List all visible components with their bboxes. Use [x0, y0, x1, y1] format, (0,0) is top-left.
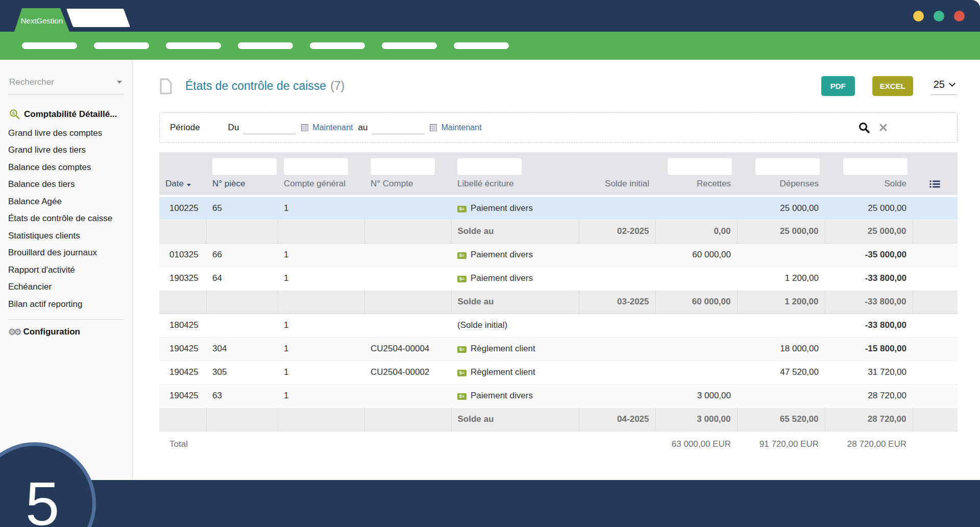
- excel-export-button[interactable]: EXCEL: [872, 76, 913, 96]
- cell-si: [579, 243, 655, 267]
- cell-nc: CU2504-00004: [364, 337, 451, 361]
- cell-dep: 25 000,00: [737, 196, 825, 220]
- cell-lib: $≡Règlement client: [451, 337, 579, 361]
- column-header-columns[interactable]: [913, 176, 958, 196]
- column-filter-input-dep[interactable]: [755, 158, 820, 175]
- window-dot[interactable]: [913, 11, 924, 21]
- nav-pill[interactable]: [22, 42, 77, 49]
- column-header-lib[interactable]: Libellé écriture: [451, 176, 579, 196]
- close-icon[interactable]: ✕: [878, 122, 888, 134]
- cell-lib: $≡Paiement divers: [451, 196, 579, 220]
- column-header-si[interactable]: Solde initial: [579, 176, 655, 196]
- cell-nc: CU2504-00002: [364, 361, 451, 384]
- sidebar-item[interactable]: États de contrôle de caisse: [8, 210, 124, 228]
- nav-pill[interactable]: [238, 42, 293, 49]
- table-row[interactable]: 190325641$≡Paiement divers1 200,00-33 80…: [159, 267, 958, 290]
- columns-list-icon[interactable]: [929, 180, 941, 188]
- cell-si: [579, 267, 655, 290]
- date-from-input[interactable]: [243, 121, 296, 134]
- sidebar-item[interactable]: Bilan actif reporting: [8, 296, 124, 313]
- total-depenses: 91 720,00 EUR: [737, 431, 825, 458]
- sidebar-section-label: Comptabilité Détaillé...: [24, 109, 117, 119]
- now-link-to[interactable]: Maintenant: [441, 123, 481, 132]
- nav-pill[interactable]: [382, 42, 437, 49]
- table-row[interactable]: 010325661$≡Paiement divers60 000,00-35 0…: [159, 243, 958, 267]
- cell-rec: [655, 314, 737, 337]
- cell-lib: $≡Paiement divers: [451, 267, 579, 290]
- cell-solde: -33 800,00: [825, 314, 913, 337]
- cell-date: [159, 290, 206, 314]
- table-row[interactable]: 1904253041CU2504-00004$≡Règlement client…: [159, 337, 958, 361]
- cell-si: [579, 337, 655, 361]
- now-link-from[interactable]: Maintenant: [312, 123, 353, 132]
- sidebar-item[interactable]: Echéancier: [8, 279, 124, 296]
- cell-solde: -35 000,00: [825, 243, 913, 267]
- cell-piece: [206, 220, 278, 243]
- cell-nc: [364, 243, 451, 267]
- nav-pill[interactable]: [94, 42, 149, 49]
- cell-si: [579, 384, 655, 408]
- sidebar-item[interactable]: Brouillard des journaux: [8, 245, 124, 262]
- cell-cols: [913, 196, 958, 220]
- column-header-rec[interactable]: Recettes: [655, 176, 737, 196]
- column-header-date[interactable]: Date: [159, 176, 206, 196]
- sidebar-section-comptabilite[interactable]: $ Comptabilité Détaillé...: [9, 109, 124, 119]
- date-to-input[interactable]: [372, 121, 425, 134]
- cell-lib: $≡Paiement divers: [451, 243, 579, 267]
- column-filter-input-lib[interactable]: [457, 158, 522, 175]
- brand-tab[interactable]: NextGestion: [14, 8, 69, 32]
- column-header-nc[interactable]: N° Compte: [364, 176, 451, 196]
- table-row[interactable]: 1904253051CU2504-00002$≡Règlement client…: [159, 361, 958, 384]
- window-dot[interactable]: [934, 11, 944, 21]
- sidebar-item[interactable]: Balance Agée: [8, 193, 124, 210]
- main-content: États de contrôle de caisse (7) PDF EXCE…: [133, 60, 980, 480]
- cell-rec: [655, 196, 737, 220]
- pdf-export-button[interactable]: PDF: [821, 76, 855, 96]
- cell-cols: [913, 243, 958, 267]
- table-row[interactable]: 190425631$≡Paiement divers3 000,0028 720…: [159, 384, 958, 408]
- cell-cg: [278, 408, 364, 431]
- column-header-piece[interactable]: N° pièce: [206, 176, 278, 196]
- sidebar-item[interactable]: Rapport d'activité: [8, 261, 124, 279]
- cell-date: 190425: [159, 337, 206, 361]
- column-header-solde[interactable]: Solde: [825, 176, 913, 196]
- column-filter-input-rec[interactable]: [668, 158, 732, 175]
- nav-pills: [0, 32, 980, 60]
- column-filter-input-nc[interactable]: [371, 158, 435, 175]
- sort-caret-icon: [187, 184, 191, 186]
- nav-pill[interactable]: [166, 42, 221, 49]
- brand-name: NextGestion: [21, 16, 63, 25]
- title-row: États de contrôle de caisse (7) PDF EXCE…: [159, 76, 958, 96]
- cell-piece: 65: [206, 196, 278, 220]
- cell-nc: [364, 384, 451, 408]
- window-dot[interactable]: [954, 11, 965, 21]
- column-filter-input-solde[interactable]: [843, 158, 908, 175]
- table-row[interactable]: 100225651$≡Paiement divers25 000,0025 00…: [159, 196, 958, 220]
- column-header-dep[interactable]: Dépenses: [737, 176, 825, 196]
- sidebar-item[interactable]: Balance des comptes: [8, 159, 124, 176]
- sidebar-search-select[interactable]: Rechercher: [8, 77, 124, 94]
- record-count: (7): [330, 79, 345, 93]
- filter-cell: [825, 152, 913, 176]
- sidebar-item[interactable]: Statistiques clients: [8, 227, 124, 245]
- calendar-icon[interactable]: [301, 124, 308, 131]
- sidebar-item[interactable]: Balance des tiers: [8, 176, 124, 194]
- cell-solde: 25 000,00: [825, 220, 913, 243]
- column-header-label: Recettes: [697, 179, 731, 188]
- calendar-icon[interactable]: [430, 124, 437, 131]
- column-header-cg[interactable]: Compte général: [278, 176, 364, 196]
- sidebar-item[interactable]: Grand livre des tiers: [8, 142, 124, 159]
- table-body: 100225651$≡Paiement divers25 000,0025 00…: [159, 196, 958, 458]
- nav-pill[interactable]: [454, 42, 509, 49]
- nav-pill[interactable]: [310, 42, 365, 49]
- cash-icon: $≡: [457, 346, 467, 353]
- column-filter-input-cg[interactable]: [284, 158, 348, 175]
- column-filter-input-piece[interactable]: [212, 158, 277, 175]
- cell-si: 02-2025: [579, 220, 655, 243]
- search-icon[interactable]: [858, 122, 870, 134]
- page-size-select[interactable]: 25: [930, 78, 958, 95]
- sidebar-item[interactable]: Grand livre des comptes: [8, 125, 124, 142]
- table-row[interactable]: 1804251(Solde initial)-33 800,00: [159, 314, 958, 337]
- cell-piece: 304: [206, 337, 278, 361]
- sidebar-item-configuration[interactable]: ⚙⚙ Configuration: [8, 327, 124, 338]
